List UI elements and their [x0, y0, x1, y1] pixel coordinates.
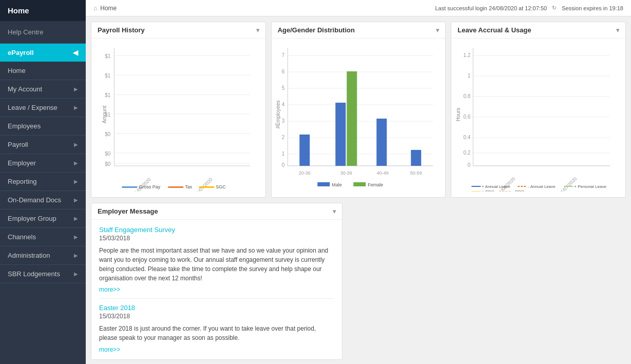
- sidebar-app-title: Home: [0, 0, 86, 21]
- age-gender-chart: 7 6 5 4 3 2 1 0 #Employees: [276, 43, 442, 191]
- svg-rect-48: [411, 150, 421, 166]
- session-icon: ↻: [552, 5, 557, 11]
- sidebar-item-home[interactable]: Home: [0, 62, 86, 80]
- svg-text:#Employees: #Employees: [276, 100, 281, 128]
- chevron-right-icon: ▶: [74, 179, 78, 184]
- sidebar-item-employees[interactable]: Employees: [0, 117, 86, 136]
- svg-rect-19: [122, 186, 137, 188]
- leave-accrual-header: Leave Accrual & Usage ▾: [451, 22, 625, 39]
- breadcrumb-home[interactable]: Home: [100, 5, 117, 12]
- svg-text:- RDO: - RDO: [513, 189, 525, 191]
- sidebar-item-payroll[interactable]: Payroll ▶: [0, 136, 86, 154]
- svg-text:5: 5: [281, 85, 284, 91]
- chevron-right-icon: ▶: [74, 105, 78, 110]
- svg-text:0.8: 0.8: [464, 93, 471, 99]
- login-info: Last successful login 24/08/2020 at 12:0…: [435, 5, 547, 11]
- chevron-right-icon: ▶: [74, 86, 78, 92]
- leave-accrual-body: 1.2 1 0.8 0.6 0.4 0.2 0 Hours: [451, 39, 625, 197]
- chevron-right-icon: ▶: [74, 234, 78, 240]
- svg-text:1: 1: [468, 73, 471, 79]
- leave-accrual-collapse-btn[interactable]: ▾: [616, 27, 619, 34]
- age-gender-title: Age/Gender Distribution: [278, 26, 355, 34]
- sidebar-epayroll-label: ePayroll: [8, 49, 34, 56]
- svg-text:+ Personal Leave: + Personal Leave: [575, 184, 607, 189]
- svg-rect-46: [347, 71, 357, 166]
- svg-text:$0: $0: [105, 151, 111, 157]
- svg-rect-47: [376, 119, 387, 166]
- svg-text:+ Annual Leave: + Annual Leave: [482, 184, 511, 189]
- sidebar-item-employer-group[interactable]: Employer Group ▶: [0, 209, 86, 228]
- payroll-history-collapse-btn[interactable]: ▾: [256, 27, 259, 34]
- home-icon: ⌂: [93, 5, 97, 12]
- svg-text:2: 2: [281, 135, 284, 140]
- message-1-text: People are the most important asset that…: [99, 246, 334, 283]
- svg-text:$1: $1: [105, 73, 111, 79]
- svg-text:50-59: 50-59: [410, 170, 422, 176]
- main-area: ⌂ Home Last successful login 24/08/2020 …: [86, 0, 631, 364]
- message-2-date: 15/03/2018: [99, 313, 334, 320]
- svg-text:0.6: 0.6: [464, 114, 471, 120]
- session-info: Session expires in 19:18: [562, 5, 623, 11]
- sidebar-item-my-account[interactable]: My Account ▶: [0, 80, 86, 99]
- sidebar-item-administration[interactable]: Administration ▶: [0, 246, 86, 265]
- svg-rect-53: [317, 182, 330, 186]
- leave-accrual-card: Leave Accrual & Usage ▾ 1.2 1 0.8 0.6 0.…: [451, 22, 626, 198]
- message-divider: [99, 298, 334, 299]
- svg-text:0.4: 0.4: [464, 135, 471, 140]
- payroll-history-header: Payroll History ▾: [91, 22, 265, 39]
- svg-text:Tax: Tax: [185, 184, 193, 189]
- age-gender-body: 7 6 5 4 3 2 1 0 #Employees: [272, 39, 446, 197]
- sidebar-item-employer[interactable]: Employer ▶: [0, 154, 86, 173]
- svg-text:Female: Female: [368, 182, 383, 187]
- svg-text:SGC: SGC: [216, 184, 226, 189]
- payroll-history-title: Payroll History: [98, 26, 145, 34]
- svg-text:Amount: Amount: [102, 106, 107, 124]
- message-2-title[interactable]: Easter 2018: [99, 304, 334, 312]
- svg-text:$0: $0: [105, 161, 111, 167]
- svg-text:01/07/2020: 01/07/2020: [558, 176, 578, 191]
- topbar-right: Last successful login 24/08/2020 at 12:0…: [435, 5, 623, 11]
- sidebar-item-on-demand-docs[interactable]: On-Demand Docs ▶: [0, 191, 86, 209]
- message-row: Employer Message ▾ Staff Engagement Surv…: [91, 203, 626, 360]
- svg-text:$0: $0: [105, 131, 111, 137]
- svg-text:Male: Male: [332, 182, 342, 187]
- message-1-more[interactable]: more>>: [99, 286, 334, 293]
- chevron-right-icon: ▶: [74, 253, 78, 258]
- chevron-right-icon: ▶: [74, 271, 78, 277]
- content-area: Payroll History ▾ $1 $1 $1 $1 $0 $0 $0: [86, 16, 631, 364]
- age-gender-header: Age/Gender Distribution ▾: [272, 22, 446, 39]
- leave-accrual-title: Leave Accrual & Usage: [457, 26, 531, 34]
- sidebar-item-leave-expense[interactable]: Leave / Expense ▶: [0, 99, 86, 117]
- svg-text:$1: $1: [105, 92, 111, 98]
- charts-row: Payroll History ▾ $1 $1 $1 $1 $0 $0 $0: [91, 22, 626, 198]
- employer-message-collapse-btn[interactable]: ▾: [333, 208, 336, 215]
- topbar-breadcrumb: ⌂ Home: [93, 5, 117, 12]
- svg-text:0.2: 0.2: [464, 150, 471, 156]
- chevron-right-icon: ▶: [74, 216, 78, 221]
- svg-text:0: 0: [281, 162, 284, 168]
- svg-text:1.2: 1.2: [464, 52, 471, 58]
- svg-text:30-39: 30-39: [340, 170, 352, 176]
- svg-text:20-30: 20-30: [298, 170, 310, 176]
- svg-text:- Annual Leave: - Annual Leave: [528, 184, 556, 189]
- chevron-right-icon: ▶: [74, 160, 78, 166]
- sidebar: Home Help Centre ePayroll ◀ Home My Acco…: [0, 0, 86, 364]
- sidebar-item-channels[interactable]: Channels ▶: [0, 228, 86, 246]
- employer-message-header: Employer Message ▾: [91, 203, 342, 220]
- svg-text:0: 0: [468, 162, 471, 168]
- sidebar-item-reporting[interactable]: Reporting ▶: [0, 173, 86, 191]
- message-1-title[interactable]: Staff Engagement Survey: [99, 226, 334, 234]
- age-gender-card: Age/Gender Distribution ▾ 7 6 5 4 3 2 1 …: [271, 22, 446, 198]
- svg-text:Hours: Hours: [456, 108, 462, 122]
- svg-rect-55: [353, 182, 366, 186]
- sidebar-item-sbr-lodgements[interactable]: SBR Lodgements ▶: [0, 265, 86, 283]
- employer-message-body: Staff Engagement Survey 15/03/2018 Peopl…: [91, 220, 342, 359]
- age-gender-collapse-btn[interactable]: ▾: [436, 27, 439, 34]
- svg-rect-23: [199, 186, 214, 188]
- sidebar-epayroll[interactable]: ePayroll ◀: [0, 44, 86, 62]
- sidebar-help-centre[interactable]: Help Centre: [0, 21, 86, 44]
- message-2-more[interactable]: more>>: [99, 346, 120, 353]
- svg-text:40-49: 40-49: [376, 170, 388, 176]
- svg-text:4: 4: [281, 102, 284, 107]
- svg-rect-45: [335, 103, 346, 166]
